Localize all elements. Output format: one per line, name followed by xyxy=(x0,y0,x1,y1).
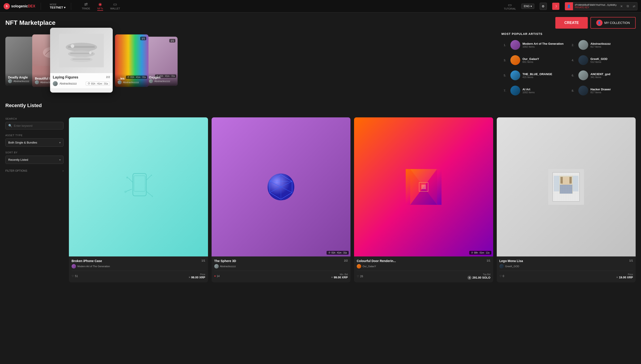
artists-grid: 1. Modern Art of The Generation 1002 Ite… xyxy=(502,38,636,97)
nft-like-3[interactable]: ♡ 26 xyxy=(357,275,363,278)
nft-card-footer-2: ♥ 14 Min. Bid ✕ 99.00 XRP xyxy=(214,271,348,279)
recently-listed-title: Recently Listed xyxy=(5,103,636,108)
settings-button[interactable]: ⚙ xyxy=(540,3,547,10)
carousel: Deadly Angle Abstractiozzzz Be xyxy=(5,32,496,95)
nft-card-title-row-4: Lego Mona Lisa 1/1 xyxy=(500,259,633,263)
create-button[interactable]: CREATE xyxy=(555,17,588,28)
heart-icon-3: ♡ xyxy=(357,275,359,278)
nft-price-area-4: Price ✕ 19.00 XRP xyxy=(616,273,633,279)
artist-info-7: AI Art 1002 Items xyxy=(522,88,566,94)
theme-toggle[interactable]: ☽ xyxy=(552,3,559,10)
nft-like-1[interactable]: ♡ 51 xyxy=(72,274,78,278)
nft-card-body-mona: Lego Mona Lisa 1/1 GreeK_GOD ♡ 0 Price xyxy=(497,256,636,282)
artist-avatar-1 xyxy=(510,40,520,50)
nft-card-door[interactable]: ⏱ 00h : 01m : 11s Colourful Door Renderi… xyxy=(354,118,493,282)
carousel-card-rainbow[interactable]: 1/1 ⏱ 01h : 41m : 31s ...ies Abstractioz… xyxy=(115,34,148,87)
filter-options-toggle[interactable]: FILTER OPTIONS › xyxy=(5,168,64,173)
artist-row-8[interactable]: 8. Hacker Drawer 817 Items xyxy=(570,84,636,97)
svg-rect-45 xyxy=(573,176,578,192)
nft-like-count-2: 14 xyxy=(217,274,220,278)
price-label-4: Price xyxy=(628,273,633,276)
artist-row-6[interactable]: 6. ANCIENT_god 341 Items xyxy=(570,69,636,82)
artist-rank-7: 7. xyxy=(504,89,508,92)
nft-timer-sphere: ⏱ 01h : 41m : 31s xyxy=(326,251,349,255)
nft-like-count-4: 0 xyxy=(503,274,504,278)
card-author-rainbow: Abstractiozzzz xyxy=(118,80,146,84)
tutorial-icon: ▭ xyxy=(508,2,512,8)
language-selector[interactable]: ENG ▾ xyxy=(521,4,534,9)
nft-like-4[interactable]: ♡ 0 xyxy=(500,274,504,278)
search-input[interactable] xyxy=(14,124,60,128)
featured-title-text: Laying Figures xyxy=(53,75,78,79)
artist-avatar-5 xyxy=(510,70,520,80)
nft-card-title-2: The Sphere 3D xyxy=(214,259,236,263)
artist-row-3[interactable]: 3. Our_GalaxY 651 Items xyxy=(502,54,568,67)
artist-row-7[interactable]: 7. AI Art 1002 Items xyxy=(502,84,568,97)
logo[interactable]: S sologenicDEX xyxy=(4,3,35,10)
svg-line-13 xyxy=(146,176,151,180)
sidebar-filters: SEARCH 🔍 ASSET TYPE Both Single & Bundle… xyxy=(5,118,64,282)
my-collection-button[interactable]: 👤 MY COLLECTION xyxy=(590,17,636,28)
mode-label: MODE xyxy=(50,3,66,6)
nft-card-broken-iphone[interactable]: Broken iPhone Case 1/1 Modern Art of The… xyxy=(69,118,208,282)
nav-item-nfts[interactable]: ◉ NFTs xyxy=(97,2,103,11)
artist-info-3: Our_GalaxY 651 Items xyxy=(522,57,566,63)
logo-name: sologenicDEX xyxy=(11,4,35,8)
mode-selector[interactable]: MODE TESTNET ▾ xyxy=(50,3,66,9)
divider-1 xyxy=(41,3,41,10)
my-collection-label: MY COLLECTION xyxy=(604,21,630,24)
nft-timer-door: ⏱ 00h : 01m : 11s xyxy=(469,251,491,255)
artist-row-5[interactable]: 5. THE_BLUE_ORANGE 415 Items xyxy=(502,69,568,82)
nft-card-edition-3: 1/1 xyxy=(487,259,490,263)
nft-author-avatar-4 xyxy=(500,264,504,268)
wallet-copy-button[interactable]: ⧉ xyxy=(625,2,631,10)
nft-like-2[interactable]: ♥ 14 xyxy=(214,274,220,278)
nft-card-image-broken-iphone xyxy=(69,118,208,256)
logo-icon: S xyxy=(4,3,10,10)
nft-card-sphere[interactable]: ⏱ 01h : 41m : 31s The Sphere 3D 2/2 Abst… xyxy=(212,118,351,282)
artist-avatar-6 xyxy=(578,70,588,80)
gear-icon: ⚙ xyxy=(542,4,544,8)
artist-avatar-2 xyxy=(578,40,588,50)
nft-card-mona[interactable]: Lego Mona Lisa 1/1 GreeK_GOD ♡ 0 Price xyxy=(497,118,636,282)
carousel-card-oxygen[interactable]: 1/1 ⏱ 01h : 41m : 31s Oxygen Abstractioz… xyxy=(146,37,178,86)
nft-card-edition-2: 2/2 xyxy=(344,259,348,263)
svg-rect-11 xyxy=(134,176,145,192)
timer-icon-door: ⏱ xyxy=(471,252,473,254)
nav-trade-label: TRADE xyxy=(82,7,90,10)
card-overlay-oxygen: Oxygen Abstractiozzzz xyxy=(146,73,178,86)
nav-item-trade[interactable]: ⇄ TRADE xyxy=(82,2,90,11)
artist-row-1[interactable]: 1. Modern Art of The Generation 1002 Ite… xyxy=(502,38,568,52)
author-avatar-deadly xyxy=(8,79,12,83)
artist-row-4[interactable]: 4. GreeK_GOD 512 Items xyxy=(570,54,636,67)
carousel-card-featured[interactable]: Laying Figures 2/2 Abstractiozzzz ⏱ 01h … xyxy=(50,28,113,92)
svg-point-18 xyxy=(124,191,126,193)
sort-by-filter: SORT BY Recently Listed ▾ xyxy=(5,151,64,164)
nft-like-count-1: 51 xyxy=(75,274,78,278)
artist-rank-3: 3. xyxy=(504,58,508,62)
svg-rect-36 xyxy=(421,185,426,189)
artist-items-2: 817 Items xyxy=(590,46,634,48)
nft-card-footer-1: ♡ 51 Price ✕ 99.00 XRP xyxy=(72,271,205,279)
tutorial-button[interactable]: ▭ TUTORIAL xyxy=(504,2,516,10)
nav-wallet-label: WALLET xyxy=(110,7,120,10)
artist-name-8: Hacker Drawer xyxy=(590,88,634,91)
sort-by-select[interactable]: Recently Listed ▾ xyxy=(5,156,64,164)
artist-info-4: GreeK_GOD 512 Items xyxy=(590,57,634,63)
nav-item-wallet[interactable]: ▭ WALLET xyxy=(110,2,120,11)
asset-type-select[interactable]: Both Single & Bundles ▾ xyxy=(5,138,64,147)
nft-card-footer-3: ♡ 26 Top Bid S 291.00 SOLO xyxy=(357,271,490,280)
wallet-switch-button[interactable]: ⇄ xyxy=(631,2,637,10)
artist-row-2[interactable]: 2. Abstractiozzzz 817 Items xyxy=(570,38,636,52)
nft-like-count-3: 26 xyxy=(360,275,363,278)
wallet-close-button[interactable]: ✕ xyxy=(618,2,625,10)
svg-line-12 xyxy=(128,178,133,182)
featured-card-body: Laying Figures 2/2 Abstractiozzzz ⏱ 01h … xyxy=(50,73,113,88)
artist-rank-8: 8. xyxy=(572,89,576,92)
search-wrapper: 🔍 xyxy=(5,122,64,130)
artist-rank-4: 4. xyxy=(572,58,576,62)
nft-author-name-4: GreeK_GOD xyxy=(505,265,519,268)
heart-icon-1: ♡ xyxy=(72,274,74,278)
artist-rank-5: 5. xyxy=(504,74,508,77)
nft-price-area-3: Top Bid S 291.00 SOLO xyxy=(468,273,490,280)
